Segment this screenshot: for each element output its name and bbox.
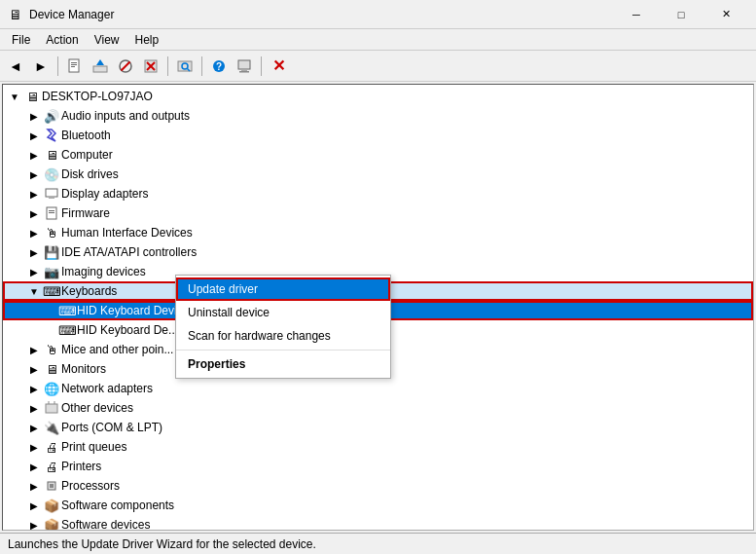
uninstall-device-button[interactable] [139, 55, 162, 78]
list-item[interactable]: ▶ Other devices [3, 398, 753, 418]
svg-rect-18 [239, 71, 249, 73]
maximize-button[interactable]: □ [659, 0, 703, 29]
computer-node-icon: 🖥 [24, 89, 40, 104]
list-item[interactable]: ▶ 📦 Software devices [3, 515, 753, 531]
list-item[interactable]: ▶ Display adapters [3, 184, 753, 203]
expand-icon[interactable]: ▶ [26, 108, 42, 124]
help-button[interactable]: ? [207, 55, 231, 78]
list-item[interactable]: ▶ Bluetooth [3, 126, 753, 145]
scan-hardware-icon [177, 58, 193, 74]
svg-rect-3 [71, 66, 75, 67]
svg-rect-0 [69, 59, 79, 72]
menu-bar: File Action View Help [0, 29, 756, 51]
list-item[interactable]: ▶ 💿 Disk drives [3, 165, 753, 184]
minimize-button[interactable]: ─ [614, 0, 659, 29]
disable-icon [118, 58, 133, 74]
app-icon: 🖥 [8, 7, 23, 22]
menu-action[interactable]: Action [38, 31, 86, 49]
back-button[interactable]: ◄ [4, 55, 27, 78]
svg-rect-1 [71, 62, 77, 63]
status-bar: Launches the Update Driver Wizard for th… [0, 533, 756, 554]
menu-file[interactable]: File [4, 31, 38, 49]
list-item[interactable]: ▶ Processors [3, 476, 753, 496]
list-item[interactable]: ▶ 🖱 Human Interface Devices [3, 223, 753, 242]
toolbar-sep-2 [167, 56, 168, 76]
svg-rect-24 [49, 212, 54, 213]
device-tree[interactable]: ▼ 🖥 DESKTOP-LO97JAO ▶ 🔊 Audio inputs and… [2, 84, 754, 531]
context-menu-separator [176, 350, 390, 351]
help-icon: ? [211, 58, 227, 74]
svg-rect-17 [241, 69, 247, 71]
title-bar: 🖥 Device Manager ─ □ ✕ [0, 0, 756, 29]
context-menu-uninstall-device[interactable]: Uninstall device [176, 301, 390, 324]
svg-rect-16 [238, 60, 250, 69]
properties-button[interactable] [63, 55, 87, 78]
context-menu: Update driver Uninstall device Scan for … [175, 275, 391, 379]
root-label: DESKTOP-LO97JAO [42, 90, 153, 103]
toolbar-sep-4 [261, 56, 262, 76]
svg-rect-25 [46, 404, 57, 413]
list-item[interactable]: ▶ 🖥 Computer [3, 145, 753, 165]
toolbar: ◄ ► [0, 51, 756, 82]
svg-rect-4 [93, 66, 107, 72]
menu-help[interactable]: Help [127, 31, 167, 49]
svg-line-7 [122, 61, 130, 70]
svg-rect-21 [49, 197, 54, 199]
computer-properties-button[interactable] [233, 55, 256, 78]
svg-text:?: ? [216, 61, 222, 72]
window-controls: ─ □ ✕ [614, 0, 748, 29]
list-item[interactable]: ▶ Firmware [3, 203, 753, 223]
uninstall-icon [143, 58, 159, 74]
context-menu-scan-hardware[interactable]: Scan for hardware changes [176, 324, 390, 348]
main-content: ▼ 🖥 DESKTOP-LO97JAO ▶ 🔊 Audio inputs and… [0, 82, 756, 533]
list-item[interactable]: ▶ 🔌 Ports (COM & LPT) [3, 418, 753, 437]
close-button[interactable]: ✕ [703, 0, 748, 29]
svg-rect-29 [50, 484, 54, 488]
toolbar-sep-3 [201, 56, 202, 76]
context-menu-update-driver[interactable]: Update driver [176, 277, 390, 301]
list-item[interactable]: ▶ 🔊 Audio inputs and outputs [3, 106, 753, 126]
root-expand[interactable]: ▼ [7, 89, 22, 104]
svg-marker-19 [48, 129, 55, 141]
forward-button[interactable]: ► [29, 55, 53, 78]
toolbar-sep-1 [57, 56, 58, 76]
list-item[interactable]: ▶ 🖨 Print queues [3, 437, 753, 457]
delete-button[interactable]: ✕ [267, 55, 290, 78]
list-item[interactable]: ▶ 📦 Software components [3, 496, 753, 515]
update-driver-icon [92, 58, 108, 74]
computer-icon [236, 58, 252, 74]
list-item[interactable]: ▶ 💾 IDE ATA/ATAPI controllers [3, 242, 753, 262]
menu-view[interactable]: View [87, 31, 127, 49]
svg-rect-2 [71, 64, 77, 65]
list-item[interactable]: ▶ 🌐 Network adapters [3, 379, 753, 398]
update-driver-button[interactable] [89, 55, 112, 78]
properties-icon [67, 58, 83, 74]
svg-marker-5 [96, 59, 104, 65]
list-item[interactable]: ▶ 🖨 Printers [3, 457, 753, 476]
svg-rect-20 [46, 189, 57, 197]
status-text: Launches the Update Driver Wizard for th… [8, 537, 316, 551]
window-title: Device Manager [29, 8, 614, 21]
context-menu-properties[interactable]: Properties [176, 352, 390, 376]
svg-rect-23 [49, 210, 54, 211]
disable-device-button[interactable] [114, 55, 137, 78]
scan-hardware-button[interactable] [173, 55, 197, 78]
tree-root[interactable]: ▼ 🖥 DESKTOP-LO97JAO [3, 87, 753, 106]
